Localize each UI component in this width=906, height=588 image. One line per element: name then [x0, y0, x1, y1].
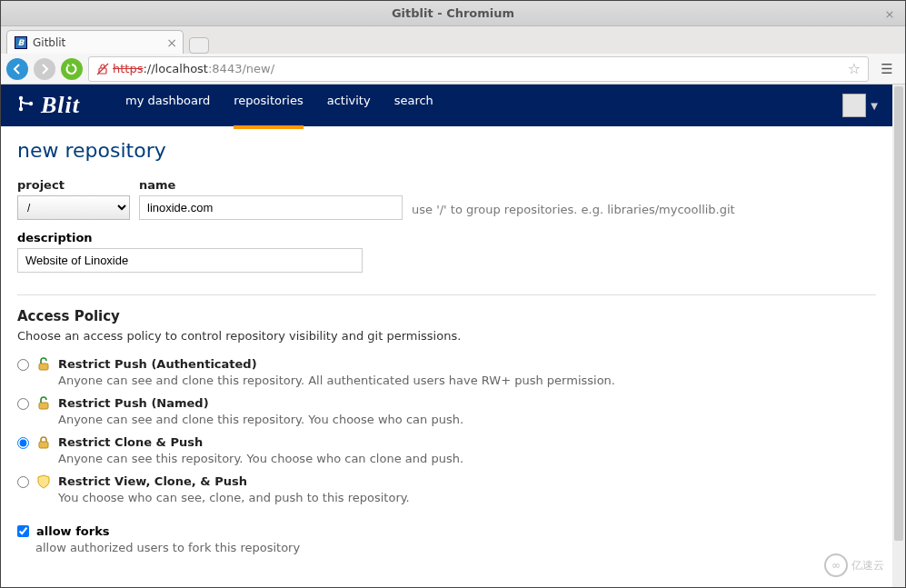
- url-protocol: https: [113, 62, 143, 75]
- new-tab-button[interactable]: [189, 37, 209, 54]
- nav-menu: my dashboard repositories activity searc…: [125, 94, 433, 118]
- watermark: ∞ 亿速云: [824, 553, 884, 577]
- url-host: localhost: [155, 62, 208, 75]
- bookmark-star-icon[interactable]: ☆: [848, 60, 861, 77]
- svg-point-4: [29, 101, 33, 105]
- policy-option[interactable]: Restrict View, Clone, & Push You choose …: [17, 474, 876, 504]
- lock-closed-icon: [36, 435, 51, 450]
- access-policy-list: Restrict Push (Authenticated) Anyone can…: [17, 357, 876, 504]
- scrollbar-thumb[interactable]: [894, 86, 903, 541]
- url-path: /new/: [242, 62, 274, 75]
- name-input[interactable]: [139, 195, 403, 220]
- browser-menu-button[interactable]: ☰: [874, 56, 900, 82]
- project-label: project: [17, 178, 130, 192]
- lock-open-icon: [36, 396, 51, 411]
- divider: [17, 294, 876, 295]
- policy-title: Restrict Push (Named): [58, 396, 876, 410]
- svg-rect-6: [39, 403, 48, 409]
- allow-forks-desc: allow authorized users to fork this repo…: [35, 541, 876, 554]
- forward-button[interactable]: [34, 58, 55, 80]
- arrow-left-icon: [12, 64, 23, 75]
- policy-radio-2[interactable]: [17, 437, 29, 449]
- svg-point-2: [19, 95, 23, 99]
- caret-down-icon: ▼: [871, 101, 878, 111]
- nav-repositories[interactable]: repositories: [234, 94, 303, 118]
- policy-desc: Anyone can see this repository. You choo…: [58, 452, 876, 465]
- description-input[interactable]: [17, 248, 363, 273]
- policy-title: Restrict Clone & Push: [58, 435, 876, 449]
- app-navbar: Blit my dashboard repositories activity …: [1, 85, 892, 126]
- window-close-button[interactable]: ×: [881, 5, 898, 22]
- tab-close-icon[interactable]: ×: [166, 35, 177, 50]
- user-menu[interactable]: ▼: [842, 94, 878, 117]
- brand-text: Blit: [41, 92, 80, 119]
- brand-logo[interactable]: Blit: [15, 92, 80, 119]
- access-policy-title: Access Policy: [17, 308, 876, 324]
- access-policy-subtitle: Choose an access policy to control repos…: [17, 329, 876, 343]
- window-title: Gitblit - Chromium: [392, 6, 514, 20]
- allow-forks-checkbox[interactable]: [17, 525, 29, 537]
- tab-title: Gitblit: [33, 36, 65, 49]
- watermark-text: 亿速云: [851, 558, 884, 573]
- policy-desc: Anyone can see and clone this repository…: [58, 374, 876, 387]
- policy-option[interactable]: Restrict Push (Authenticated) Anyone can…: [17, 357, 876, 387]
- policy-title: Restrict Push (Authenticated): [58, 357, 876, 371]
- policy-radio-0[interactable]: [17, 359, 29, 371]
- policy-desc: Anyone can see and clone this repository…: [58, 413, 876, 426]
- watermark-logo-icon: ∞: [824, 553, 848, 577]
- gitblit-favicon-icon: B: [15, 36, 27, 49]
- arrow-right-icon: [39, 64, 50, 75]
- git-icon: [15, 93, 37, 119]
- page-title: new repository: [17, 139, 876, 162]
- name-hint: use '/' to group repositories. e.g. libr…: [412, 203, 735, 220]
- vertical-scrollbar[interactable]: [892, 85, 905, 587]
- nav-search[interactable]: search: [394, 94, 433, 118]
- svg-rect-7: [39, 442, 48, 448]
- back-button[interactable]: [6, 58, 28, 80]
- policy-radio-3[interactable]: [17, 476, 29, 488]
- policy-option[interactable]: Restrict Clone & Push Anyone can see thi…: [17, 435, 876, 465]
- policy-title: Restrict View, Clone, & Push: [58, 474, 876, 488]
- address-bar[interactable]: https://localhost:8443/new/ ☆: [88, 56, 869, 82]
- nav-activity[interactable]: activity: [327, 94, 371, 118]
- insecure-https-icon: [96, 63, 109, 75]
- svg-rect-5: [39, 364, 48, 370]
- reload-icon: [65, 63, 78, 75]
- project-select[interactable]: /: [17, 195, 130, 220]
- svg-point-3: [19, 106, 23, 110]
- shield-icon: [36, 474, 51, 489]
- policy-radio-1[interactable]: [17, 398, 29, 410]
- browser-tabstrip: B Gitblit ×: [1, 26, 905, 54]
- browser-toolbar: https://localhost:8443/new/ ☆ ☰: [1, 54, 905, 85]
- policy-desc: You choose who can see, clone, and push …: [58, 491, 876, 504]
- name-label: name: [139, 178, 403, 192]
- browser-tab[interactable]: B Gitblit ×: [6, 30, 184, 54]
- allow-forks-label: allow forks: [36, 524, 110, 538]
- avatar-icon: [842, 94, 866, 117]
- lock-open-icon: [36, 357, 51, 372]
- window-titlebar: Gitblit - Chromium ×: [1, 1, 905, 26]
- nav-my-dashboard[interactable]: my dashboard: [125, 94, 210, 118]
- url-port: :8443: [208, 62, 242, 75]
- reload-button[interactable]: [61, 58, 83, 80]
- policy-option[interactable]: Restrict Push (Named) Anyone can see and…: [17, 396, 876, 426]
- description-label: description: [17, 231, 876, 244]
